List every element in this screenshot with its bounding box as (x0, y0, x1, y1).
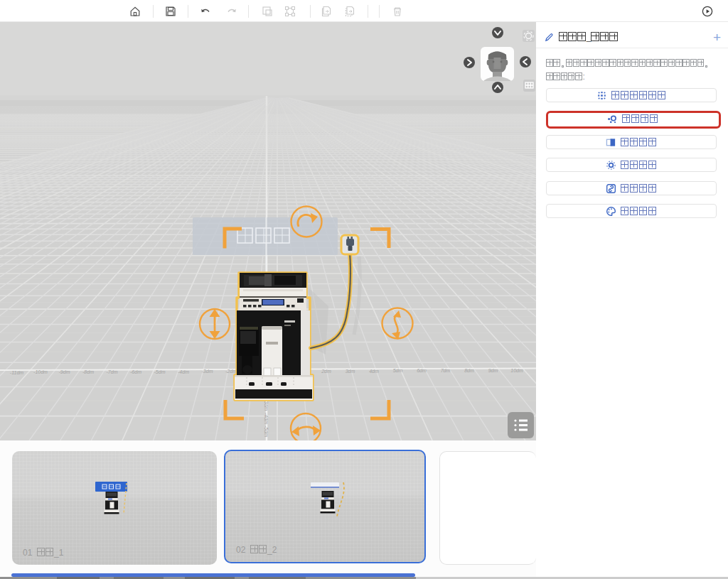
svg-text:-8dm: -8dm (82, 369, 94, 374)
svg-text:3dm: 3dm (346, 369, 355, 374)
svg-text:-2dm: -2dm (225, 369, 237, 374)
svg-text:-3dm: -3dm (202, 369, 213, 374)
svg-text:10dm: 10dm (510, 368, 523, 373)
svg-text:-5dm: -5dm (264, 426, 269, 437)
svg-text:9dm: 9dm (488, 368, 498, 373)
svg-text:-5dm: -5dm (154, 369, 166, 374)
svg-text:-9dm: -9dm (59, 369, 70, 374)
svg-text:-6dm: -6dm (130, 369, 141, 374)
svg-text:4dm: 4dm (369, 369, 379, 374)
svg-text:-10dm: -10dm (33, 369, 48, 374)
svg-text:2dm: 2dm (321, 369, 331, 374)
svg-text:8dm: 8dm (464, 368, 474, 373)
svg-text:-7dm: -7dm (107, 369, 118, 374)
svg-text:6dm: 6dm (417, 368, 427, 373)
svg-text:5dm: 5dm (393, 368, 403, 373)
svg-text:-4dm: -4dm (178, 369, 189, 374)
svg-text:-11dm: -11dm (10, 370, 23, 375)
svg-text:-4dm: -4dm (264, 413, 269, 424)
svg-text:7dm: 7dm (441, 368, 451, 373)
